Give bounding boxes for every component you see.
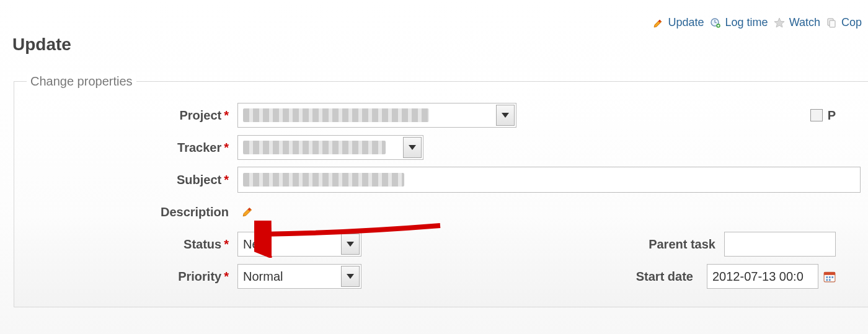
svg-rect-9 xyxy=(829,276,831,278)
label-subject-text: Subject xyxy=(177,173,221,187)
copy-icon xyxy=(825,17,838,29)
subject-input[interactable] xyxy=(237,167,861,193)
required-star: * xyxy=(224,270,229,283)
parent-task-chunk: Parent task xyxy=(649,232,861,257)
copy-link-label: Cop xyxy=(841,16,862,29)
label-description-text: Description xyxy=(161,205,229,219)
required-star: * xyxy=(224,237,229,251)
start-date-input[interactable]: 2012-07-13 00:0 xyxy=(707,264,818,289)
label-tracker-text: Tracker xyxy=(177,141,221,154)
contextual-action-bar: Update Log time Watch xyxy=(652,16,862,29)
label-project: Project* xyxy=(27,108,237,123)
label-parent-task: Parent task xyxy=(649,237,715,252)
label-project-text: Project xyxy=(179,108,221,122)
start-date-chunk: Start date 2012-07-13 00:0 xyxy=(636,264,861,289)
label-description: Description xyxy=(27,205,237,219)
svg-rect-4 xyxy=(830,20,835,27)
parent-task-input[interactable] xyxy=(724,232,836,257)
page-root: Update Log time Watch xyxy=(0,0,868,334)
row-status-parent: Status* New Parent task xyxy=(27,230,861,258)
update-link-label: Update xyxy=(668,16,704,29)
label-status: Status* xyxy=(27,237,237,252)
row-tracker: Tracker* xyxy=(27,133,861,162)
project-select-value xyxy=(243,108,429,122)
label-tracker: Tracker* xyxy=(27,141,237,155)
svg-rect-10 xyxy=(831,276,833,278)
svg-rect-7 xyxy=(824,272,835,275)
row-priority-startdate: Priority* Normal Start date 2012-07-13 0… xyxy=(27,262,861,291)
label-status-text: Status xyxy=(184,237,221,251)
edit-description-button[interactable] xyxy=(242,206,255,218)
star-icon xyxy=(773,17,786,29)
status-select[interactable]: New xyxy=(237,232,361,257)
dropdown-arrow-icon xyxy=(341,266,360,287)
required-star: * xyxy=(224,108,229,122)
row-subject: Subject* xyxy=(27,165,861,194)
start-date-value: 2012-07-13 00:0 xyxy=(712,270,804,284)
watch-link-label: Watch xyxy=(789,16,820,29)
dropdown-arrow-icon xyxy=(341,234,360,255)
watch-link[interactable]: Watch xyxy=(773,16,820,29)
svg-rect-12 xyxy=(829,279,831,281)
calendar-icon[interactable] xyxy=(823,270,836,283)
row-project: Project* P xyxy=(27,101,861,130)
private-chunk: P xyxy=(810,101,836,130)
tracker-select-value xyxy=(243,141,386,154)
label-priority-text: Priority xyxy=(178,270,221,283)
log-time-link[interactable]: Log time xyxy=(709,16,768,29)
row-description: Description xyxy=(27,198,861,226)
label-start-date: Start date xyxy=(636,270,693,284)
clock-plus-icon xyxy=(709,17,722,29)
status-select-value: New xyxy=(243,237,268,252)
page-title: Update xyxy=(12,35,71,55)
fieldset-legend: Change properties xyxy=(27,74,136,89)
tracker-select[interactable] xyxy=(237,135,423,160)
svg-rect-8 xyxy=(826,276,828,278)
private-checkbox[interactable] xyxy=(810,109,823,121)
svg-rect-11 xyxy=(826,279,828,281)
change-properties-fieldset: Change properties Project* P Tracker* xyxy=(14,74,868,307)
log-time-link-label: Log time xyxy=(725,16,768,29)
dropdown-arrow-icon xyxy=(403,137,422,158)
status-chunk: Status* New xyxy=(27,232,361,257)
update-link[interactable]: Update xyxy=(652,16,704,29)
priority-chunk: Priority* Normal xyxy=(27,264,361,289)
dropdown-arrow-icon xyxy=(496,105,515,126)
copy-link[interactable]: Cop xyxy=(825,16,862,29)
priority-select[interactable]: Normal xyxy=(237,264,361,289)
required-star: * xyxy=(224,173,229,187)
pencil-icon xyxy=(652,17,665,29)
required-star: * xyxy=(224,141,229,154)
project-select[interactable] xyxy=(237,103,516,128)
label-subject: Subject* xyxy=(27,173,237,187)
label-priority: Priority* xyxy=(27,270,237,284)
subject-input-value xyxy=(243,173,404,187)
private-label: P xyxy=(828,108,836,123)
priority-select-value: Normal xyxy=(243,270,283,284)
